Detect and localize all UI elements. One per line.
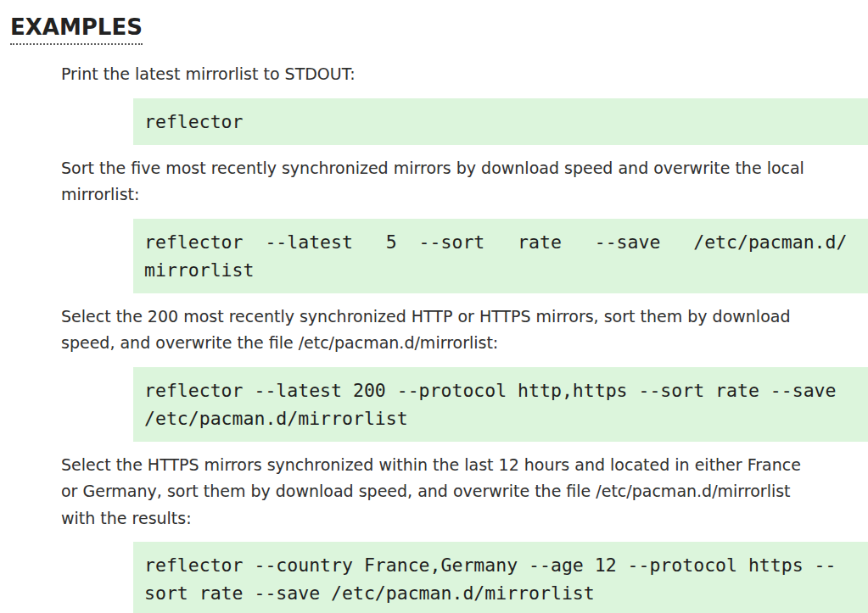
example-code-block: reflector --country France,Germany --age…: [133, 542, 868, 613]
example-description: Print the latest mirrorlist to STDOUT:: [61, 61, 868, 88]
section-heading-text: EXAMPLES: [10, 14, 143, 45]
example-code-block: reflector --latest 5 --sort rate --save …: [133, 219, 868, 293]
section-heading: EXAMPLES: [10, 12, 868, 42]
manpage-content: EXAMPLES Print the latest mirrorlist to …: [0, 12, 868, 613]
examples-section: Print the latest mirrorlist to STDOUT: r…: [0, 61, 868, 613]
example-code-block: reflector --latest 200 --protocol http,h…: [133, 367, 868, 442]
example-description: Sort the five most recently synchronized…: [61, 155, 868, 209]
example-description: Select the HTTPS mirrors synchronized wi…: [61, 452, 868, 532]
example-code-block: reflector: [133, 98, 868, 145]
example-description: Select the 200 most recently synchronize…: [61, 304, 868, 357]
